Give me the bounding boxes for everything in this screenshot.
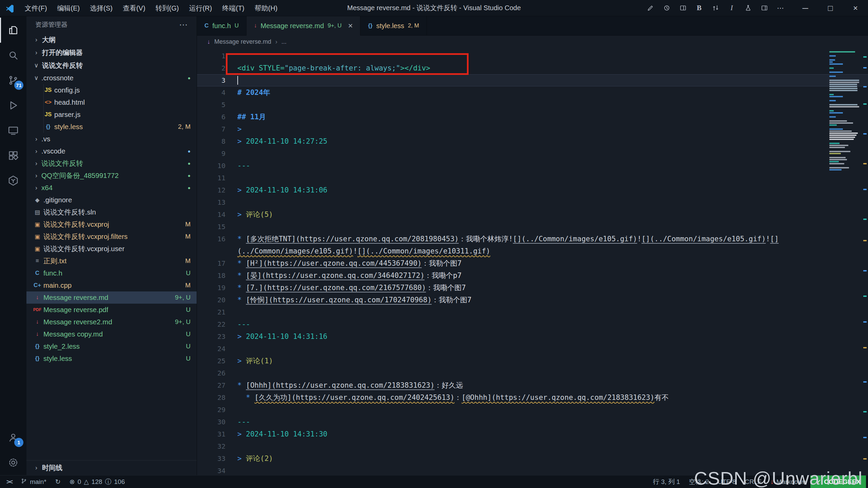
code-editor[interactable]: 12<div STYLE="page-break-after: always;"…: [197, 48, 868, 475]
code-line-21[interactable]: 21: [197, 306, 868, 318]
file-head.html[interactable]: <>head.html: [26, 96, 197, 108]
tab-message-reverse-md[interactable]: ↓Message reverse.md9+, U×: [246, 16, 360, 36]
history-icon[interactable]: [659, 1, 674, 15]
more-actions-icon[interactable]: ⋯: [179, 20, 188, 30]
code-line-28[interactable]: 28 * [久久为功](https://user.qzone.qq.com/24…: [197, 391, 868, 404]
code-line-8[interactable]: 8> 2024-11-10 14:27:25: [197, 135, 868, 147]
code-line-18[interactable]: 18* [晏](https://user.qzone.qq.com/346402…: [197, 269, 868, 282]
code-line-24[interactable]: 24: [197, 343, 868, 355]
minimap[interactable]: [827, 48, 862, 475]
code-line-9[interactable]: 9: [197, 147, 868, 160]
close-icon[interactable]: ×: [348, 22, 353, 30]
code-line-31[interactable]: 31> 2024-11-10 14:31:30: [197, 428, 868, 440]
file-config.js[interactable]: JSconfig.js: [26, 84, 197, 96]
file-说说文件反转[interactable]: ›说说文件反转●: [26, 157, 197, 169]
menu-G[interactable]: 转到(G): [151, 0, 184, 16]
code-line-6[interactable]: 6## 11月: [197, 111, 868, 123]
file-说说文件反转.vcxproj[interactable]: ▣说说文件反转.vcxprojM: [26, 218, 197, 230]
close-button[interactable]: ×: [843, 0, 868, 16]
accounts-icon[interactable]: 1: [0, 425, 26, 450]
maximize-button[interactable]: □: [818, 0, 843, 16]
menu-E[interactable]: 编辑(E): [52, 0, 85, 16]
compare-icon[interactable]: [708, 1, 723, 15]
code-line-4[interactable]: 4# 2024年: [197, 86, 868, 99]
problems-indicator[interactable]: ⊗0△128ⓘ106: [65, 475, 130, 488]
menu-S[interactable]: 选择(S): [85, 0, 118, 16]
file-Message reverse.pdf[interactable]: PDFMessage reverse.pdfU: [26, 304, 197, 316]
code-line-wrap[interactable]: (../Common/images/e105.gif)![](../Common…: [197, 245, 868, 257]
file-style.less[interactable]: {}style.lessU: [26, 352, 197, 365]
code-line-25[interactable]: 25> 评论(1): [197, 355, 868, 367]
code-line-22[interactable]: 22---: [197, 318, 868, 330]
explorer-icon[interactable]: [0, 18, 26, 43]
file-func.h[interactable]: Cfunc.hU: [26, 267, 197, 279]
remote-explorer-icon[interactable]: [0, 118, 26, 143]
code-line-20[interactable]: 20* [怜悯](https://user.qzone.qq.com/17024…: [197, 294, 868, 306]
file-.vscode[interactable]: ›.vscode●: [26, 145, 197, 157]
file-parser.js[interactable]: JSparser.js: [26, 108, 197, 121]
code-line-3[interactable]: 3: [197, 74, 868, 86]
edit-icon[interactable]: [643, 1, 658, 15]
code-line-17[interactable]: 17* [H²](https://user.qzone.qq.com/44536…: [197, 257, 868, 269]
file-style_2.less[interactable]: {}style_2.lessU: [26, 340, 197, 352]
section-open-editors[interactable]: › 打开的编辑器: [26, 46, 197, 59]
code-line-15[interactable]: 15: [197, 221, 868, 233]
file-main.cpp[interactable]: C+main.cppM: [26, 279, 197, 291]
file-Message reverse2.md[interactable]: ↓Message reverse2.md9+, U: [26, 316, 197, 328]
code-line-13[interactable]: 13: [197, 196, 868, 208]
codegeex-icon[interactable]: [0, 168, 26, 193]
file-说说文件反转.sln[interactable]: ▤说说文件反转.sln: [26, 206, 197, 218]
file-QQ空间备份_485991772[interactable]: ›QQ空间备份_485991772●: [26, 169, 197, 182]
open-preview-icon[interactable]: [675, 1, 690, 15]
more-actions-icon[interactable]: ⋯: [773, 1, 788, 15]
cursor-position[interactable]: 行 3, 列 1: [648, 475, 684, 488]
file-x64[interactable]: ›x64●: [26, 182, 197, 194]
code-line-32[interactable]: 32: [197, 440, 868, 452]
extensions-icon[interactable]: [0, 143, 26, 168]
code-line-33[interactable]: 33> 评论(2): [197, 452, 868, 465]
code-line-26[interactable]: 26: [197, 367, 868, 379]
file-.vs[interactable]: ›.vs: [26, 133, 197, 145]
section-outline[interactable]: › 大纲: [26, 33, 197, 46]
code-line-5[interactable]: 5: [197, 99, 868, 111]
branch-indicator[interactable]: main*: [16, 475, 51, 488]
code-line-23[interactable]: 23> 2024-11-10 14:31:16: [197, 330, 868, 343]
code-line-27[interactable]: 27* [Ohhh](https://user.qzone.qq.com/218…: [197, 379, 868, 391]
code-line-11[interactable]: 11: [197, 172, 868, 184]
tab-func-h[interactable]: Cfunc.hU: [197, 16, 246, 35]
menu-T[interactable]: 终端(T): [217, 0, 250, 16]
source-control-icon[interactable]: 71: [0, 68, 26, 93]
italic-icon[interactable]: I: [724, 1, 739, 15]
run-debug-icon[interactable]: [0, 93, 26, 118]
file-Message reverse.md[interactable]: ↓Message reverse.md9+, U: [26, 291, 197, 304]
breadcrumb-more[interactable]: ...: [281, 38, 287, 45]
settings-icon[interactable]: [0, 450, 26, 475]
code-line-7[interactable]: 7>: [197, 123, 868, 135]
menu-V[interactable]: 查看(V): [118, 0, 151, 16]
breadcrumb-file[interactable]: Message reverse.md: [214, 38, 271, 45]
code-line-10[interactable]: 10---: [197, 160, 868, 172]
code-line-12[interactable]: 12> 2024-11-10 14:31:06: [197, 184, 868, 196]
remote-indicator[interactable]: ><: [2, 475, 16, 488]
beaker-icon[interactable]: [741, 1, 755, 15]
file-.gitignore[interactable]: ◆.gitignore: [26, 194, 197, 206]
minimize-button[interactable]: ─: [793, 0, 818, 16]
file-Messages copy.md[interactable]: ↓Messages copy.mdU: [26, 328, 197, 340]
file-style.less[interactable]: {}style.less2, M: [26, 121, 197, 133]
menu-H[interactable]: 帮助(H): [250, 0, 283, 16]
code-line-19[interactable]: 19* [7.](https://user.qzone.qq.com/21675…: [197, 282, 868, 294]
section-timeline[interactable]: › 时间线: [26, 460, 197, 475]
section-root-folder[interactable]: ∨ 说说文件反转: [26, 59, 197, 72]
tab-style-less[interactable]: {}style.less2, M: [360, 16, 427, 35]
file-.crossnote[interactable]: ∨.crossnote●: [26, 72, 197, 84]
file-说说文件反转.vcxproj.filters[interactable]: ▣说说文件反转.vcxproj.filtersM: [26, 230, 197, 243]
code-line-16[interactable]: 16* [多次拒绝TNT](https://user.qzone.qq.com/…: [197, 233, 868, 245]
file-说说文件反转.vcxproj.user[interactable]: ▣说说文件反转.vcxproj.user: [26, 243, 197, 255]
menu-F[interactable]: 文件(F): [20, 0, 52, 16]
layout-icon[interactable]: [757, 1, 772, 15]
code-line-30[interactable]: 30---: [197, 416, 868, 428]
code-line-29[interactable]: 29: [197, 404, 868, 416]
file-正则.txt[interactable]: ≡正则.txtM: [26, 255, 197, 267]
sync-indicator[interactable]: ↻: [51, 475, 65, 488]
menu-R[interactable]: 运行(R): [184, 0, 217, 16]
